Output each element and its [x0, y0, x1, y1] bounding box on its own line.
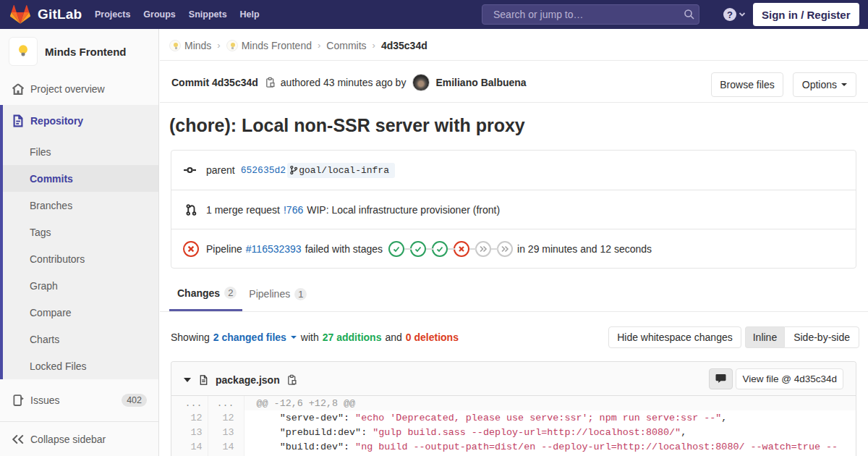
svg-text:?: ? [727, 9, 733, 20]
